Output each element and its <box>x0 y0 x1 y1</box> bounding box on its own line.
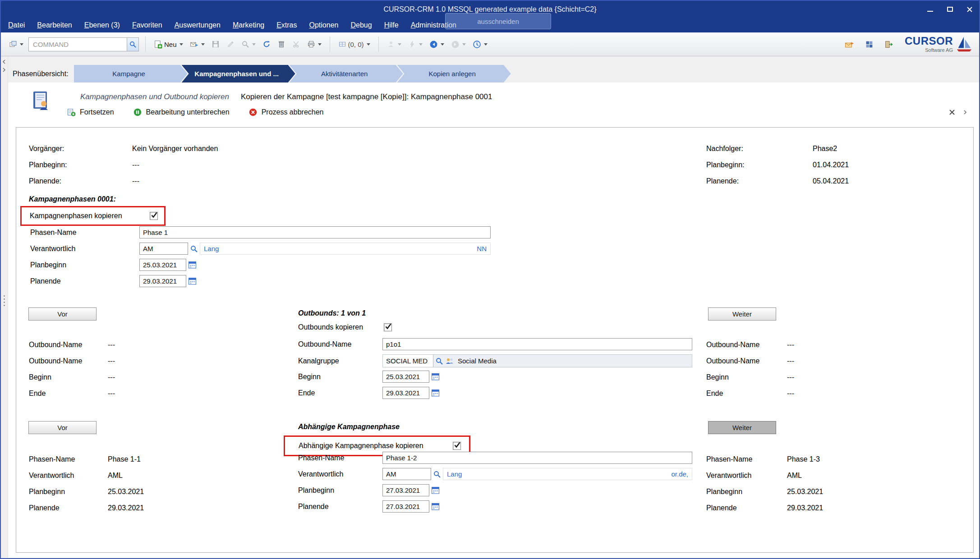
search-icon[interactable] <box>190 245 198 253</box>
new-button[interactable]: Neu <box>152 38 185 50</box>
tab-kopien-anlegen[interactable]: Kopien anlegen <box>397 65 511 82</box>
menu-debug[interactable]: Debug <box>350 21 372 29</box>
chevron-right-icon[interactable] <box>963 110 967 115</box>
responsible-link[interactable]: Lang <box>447 470 462 478</box>
field-value: --- <box>787 372 794 382</box>
field-value: 29.03.2021 <box>787 503 823 513</box>
field-label: Planbeginn: <box>706 160 813 170</box>
chevron-down-icon <box>367 43 370 46</box>
tab-kampagnenphasen[interactable]: Kampagnenphasen und ... <box>182 65 295 82</box>
history-icon[interactable] <box>471 38 489 50</box>
search-icon[interactable] <box>435 357 443 365</box>
abbrechen-button[interactable]: Prozess abbrechen <box>248 108 324 117</box>
dependent-planbeginn-input[interactable] <box>382 484 429 496</box>
search-icon[interactable] <box>433 470 441 478</box>
send-icon[interactable] <box>188 38 207 50</box>
logout-icon[interactable] <box>883 38 895 50</box>
menu-datei[interactable]: Datei <box>8 21 25 29</box>
command-search-button[interactable] <box>127 38 138 51</box>
menu-ebenen[interactable]: Ebenen (3) <box>84 21 120 29</box>
calendar-icon[interactable] <box>431 389 440 397</box>
navigate-forward-icon[interactable] <box>449 38 468 50</box>
menu-auswertungen[interactable]: Auswertungen <box>175 21 221 29</box>
field-value: Phase 1-3 <box>787 454 820 464</box>
tab-kampagne[interactable]: Kampagne <box>74 65 188 82</box>
edit-icon[interactable] <box>225 38 236 50</box>
checkbox-label: Outbounds kopieren <box>298 323 384 331</box>
tab-aktivitaetenarten[interactable]: Aktivitätenarten <box>290 65 403 82</box>
outbound-ende-input[interactable] <box>382 387 429 399</box>
field-value: --- <box>108 356 115 366</box>
phase-section-heading: Kampagnenphasen 0001: <box>29 195 116 203</box>
minimize-icon[interactable] <box>925 5 935 14</box>
kampagnenphasen-kopieren-checkbox[interactable] <box>150 212 158 220</box>
close-panel-icon[interactable] <box>948 109 956 116</box>
splitter-handle[interactable] <box>4 295 5 306</box>
planbeginn-input[interactable] <box>139 259 186 271</box>
field-label: Nachfolger: <box>706 144 813 153</box>
delete-icon[interactable] <box>276 38 287 50</box>
outbound-weiter-button[interactable]: Weiter <box>708 307 776 321</box>
toolbar-separator <box>330 37 330 52</box>
outbound-vor-button[interactable]: Vor <box>28 307 97 321</box>
responsible-link-right[interactable]: or.de, <box>671 470 688 478</box>
abhaengige-kopieren-checkbox[interactable] <box>453 442 461 450</box>
print-icon[interactable] <box>305 38 323 50</box>
field-label: Ende <box>29 389 108 398</box>
menu-favoriten[interactable]: Favoriten <box>132 21 162 29</box>
phasen-name-input[interactable] <box>139 226 491 238</box>
app-window: CURSOR-CRM 1.0 MSSQL generated example d… <box>0 0 980 559</box>
dependent-phasen-name-input[interactable] <box>382 452 692 464</box>
outbounds-kopieren-checkbox[interactable] <box>384 323 392 331</box>
window-mode-icon[interactable] <box>7 38 25 50</box>
menu-marketing[interactable]: Marketing <box>233 21 264 29</box>
calendar-icon[interactable] <box>431 486 440 495</box>
responsible-link[interactable]: Lang <box>204 245 219 252</box>
unterbrechen-button[interactable]: Bearbeitung unterbrechen <box>133 108 230 117</box>
dependent-planende-input[interactable] <box>382 500 429 513</box>
collapse-left-icon[interactable] <box>2 59 6 64</box>
refresh-icon[interactable] <box>261 38 272 50</box>
checkmark-icon <box>453 441 461 449</box>
calendar-icon[interactable] <box>431 372 440 381</box>
field-value: --- <box>132 160 139 170</box>
user-icon[interactable] <box>385 38 403 50</box>
toolbar: Neu (0, 0) CURSOR Software AG <box>1 32 979 56</box>
field-value: --- <box>787 340 794 349</box>
dependent-verantwortlich-input[interactable] <box>382 468 431 480</box>
mail-notification-icon[interactable] <box>843 38 856 50</box>
close-icon[interactable] <box>965 5 975 14</box>
verantwortlich-input[interactable] <box>139 243 188 255</box>
cut-icon[interactable] <box>290 38 302 50</box>
menu-bearbeiten[interactable]: Bearbeiten <box>37 21 72 29</box>
process-icon <box>32 90 50 113</box>
dependent-vor-button[interactable]: Vor <box>28 421 97 434</box>
save-icon[interactable] <box>210 38 221 50</box>
menu-optionen[interactable]: Optionen <box>309 21 339 29</box>
outbound-beginn-input[interactable] <box>382 371 429 383</box>
outbound-name-input[interactable] <box>382 338 692 350</box>
maximize-icon[interactable] <box>945 5 955 14</box>
calendar-icon[interactable] <box>431 502 440 511</box>
calendar-icon[interactable] <box>188 261 197 269</box>
command-input[interactable] <box>29 38 127 51</box>
menu-extras[interactable]: Extras <box>276 21 297 29</box>
coordinates-indicator[interactable]: (0, 0) <box>336 38 372 50</box>
fortsetzen-button[interactable]: Fortsetzen <box>67 108 114 117</box>
calendar-icon[interactable] <box>188 277 197 285</box>
field-label: Beginn <box>29 372 108 382</box>
apps-grid-icon[interactable] <box>863 38 875 50</box>
planende-input[interactable] <box>139 275 186 287</box>
responsible-link-right[interactable]: NN <box>477 245 487 252</box>
search-edit-icon[interactable] <box>239 38 258 50</box>
field-label: Planende <box>30 277 139 285</box>
menu-hilfe[interactable]: Hilfe <box>384 21 399 29</box>
navigate-back-icon[interactable] <box>428 38 446 50</box>
workflow-icon[interactable] <box>406 38 424 50</box>
chevron-down-icon <box>318 43 322 46</box>
dependent-weiter-button[interactable]: Weiter <box>708 421 776 434</box>
expand-right-icon[interactable] <box>2 67 6 73</box>
chevron-down-icon <box>201 43 205 46</box>
kanalgruppe-input[interactable] <box>383 355 433 367</box>
field-label: Verantwortlich <box>706 471 787 480</box>
